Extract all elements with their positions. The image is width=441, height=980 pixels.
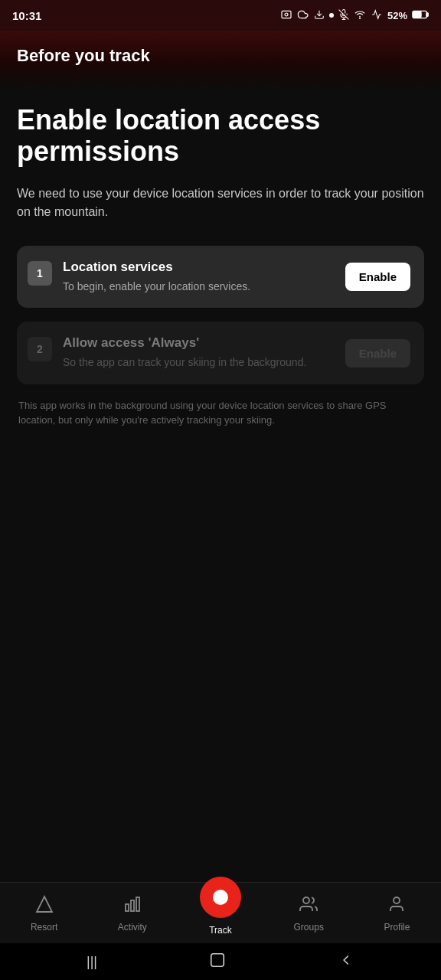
bottom-nav: Resort Activity Track Groups Profile xyxy=(0,882,441,943)
card-desc-2: So the app can track your skiing in the … xyxy=(63,355,335,371)
activity-icon xyxy=(123,895,142,918)
photo-icon xyxy=(280,8,292,23)
track-fab-inner xyxy=(213,890,228,905)
svg-point-15 xyxy=(394,897,400,903)
nav-item-track[interactable]: Track xyxy=(176,877,264,936)
svg-rect-16 xyxy=(211,953,224,966)
location-services-card: 1 Location services To begin, enable you… xyxy=(17,246,424,309)
nav-label-resort: Resort xyxy=(31,922,57,933)
status-bar: 10:31 52% xyxy=(0,0,441,31)
enable-location-button[interactable]: Enable xyxy=(345,263,410,291)
system-menu-button[interactable]: ||| xyxy=(87,954,97,970)
system-home-button[interactable] xyxy=(209,952,226,972)
svg-rect-12 xyxy=(131,900,134,911)
nav-label-groups: Groups xyxy=(294,922,324,933)
wifi-icon xyxy=(354,9,366,22)
nav-label-track: Track xyxy=(209,925,232,936)
battery-icon xyxy=(412,10,429,21)
card-title-2: Allow access 'Always' xyxy=(63,335,335,351)
resort-icon xyxy=(35,895,54,918)
status-icons: 52% xyxy=(280,8,429,23)
section-description: We need to use your device location serv… xyxy=(17,185,424,221)
download-icon xyxy=(314,9,325,22)
svg-rect-0 xyxy=(282,11,291,18)
nav-label-profile: Profile xyxy=(384,922,410,933)
card-content-2: Allow access 'Always' So the app can tra… xyxy=(63,335,335,371)
svg-rect-9 xyxy=(413,11,421,17)
svg-point-14 xyxy=(303,897,309,903)
system-back-button[interactable] xyxy=(338,952,354,972)
nav-item-profile[interactable]: Profile xyxy=(353,895,441,933)
signal-icon xyxy=(371,9,383,22)
cloud-icon xyxy=(297,8,309,23)
svg-point-6 xyxy=(359,18,360,18)
nav-item-resort[interactable]: Resort xyxy=(0,895,88,933)
svg-point-1 xyxy=(285,13,288,16)
nav-item-groups[interactable]: Groups xyxy=(265,895,353,933)
header: Before you track xyxy=(0,31,441,89)
card-content-1: Location services To begin, enable your … xyxy=(63,260,335,295)
footer-note: This app works in the background using y… xyxy=(17,398,424,428)
step-badge-1: 1 xyxy=(28,261,52,286)
mute-icon xyxy=(338,9,349,22)
groups-icon xyxy=(299,895,318,918)
system-nav: ||| xyxy=(0,943,441,980)
status-time: 10:31 xyxy=(12,9,41,22)
svg-rect-8 xyxy=(426,12,428,16)
svg-marker-10 xyxy=(37,897,52,912)
card-desc-1: To begin, enable your location services. xyxy=(63,279,335,295)
profile-icon xyxy=(387,895,406,918)
page-title: Before you track xyxy=(17,46,424,66)
svg-rect-13 xyxy=(136,897,139,911)
section-title: Enable location access permissions xyxy=(17,104,424,168)
dot-icon xyxy=(329,13,334,18)
card-title-1: Location services xyxy=(63,260,335,275)
enable-always-button[interactable]: Enable xyxy=(345,339,410,368)
nav-item-activity[interactable]: Activity xyxy=(88,895,176,933)
main-content: Enable location access permissions We ne… xyxy=(0,89,441,882)
step-badge-2: 2 xyxy=(28,337,52,361)
nav-label-activity: Activity xyxy=(118,922,147,933)
battery-text: 52% xyxy=(387,10,407,21)
svg-rect-11 xyxy=(126,904,129,911)
allow-always-card: 2 Allow access 'Always' So the app can t… xyxy=(17,322,424,384)
track-fab xyxy=(200,877,241,918)
